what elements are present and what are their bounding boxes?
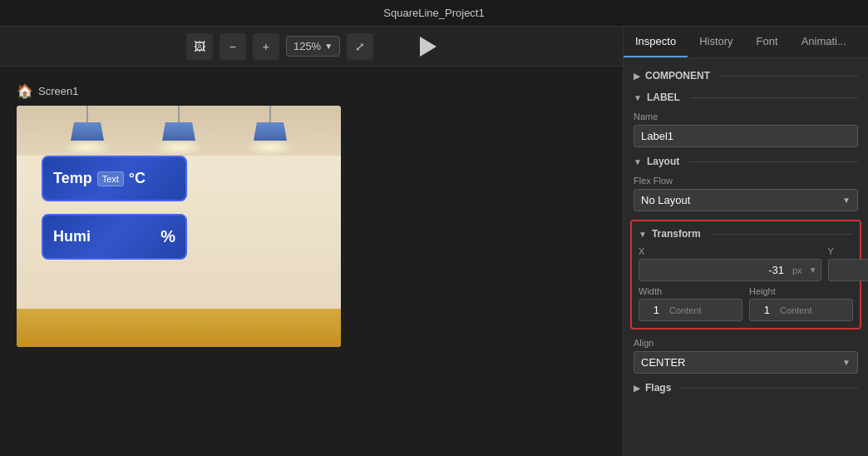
lamp-light-1 xyxy=(62,139,112,156)
flex-flow-label: Flex Flow xyxy=(634,176,858,186)
temp-unit: °C xyxy=(129,170,145,187)
lamp-1 xyxy=(62,106,112,156)
width-content-label: Content xyxy=(664,305,707,315)
x-value-input[interactable] xyxy=(639,260,789,280)
name-field-label: Name xyxy=(634,112,858,121)
canvas-content: 🏠 Screen1 xyxy=(0,67,623,456)
panel-tabs: Inspecto History Font Animati... xyxy=(624,27,868,58)
x-label: X xyxy=(639,246,821,256)
temp-widget: Temp Text °C xyxy=(42,156,187,201)
transform-arrow: ▼ xyxy=(639,230,647,239)
flex-flow-arrow: ▼ xyxy=(842,196,851,205)
home-icon: 🏠 xyxy=(17,83,33,99)
lamp-light-2 xyxy=(154,139,204,156)
transform-header[interactable]: ▼ Transform xyxy=(639,228,853,240)
zoom-in-button[interactable]: + xyxy=(253,33,279,60)
component-label: COMPONENT xyxy=(645,70,710,82)
temp-label: Temp xyxy=(53,170,92,187)
flex-flow-field-row: Flex Flow No Layout ▼ xyxy=(624,172,868,215)
component-section-header[interactable]: ▶ COMPONENT xyxy=(624,65,868,87)
width-input-row: Content xyxy=(639,299,742,321)
layout-arrow: ▼ xyxy=(634,157,642,166)
component-arrow: ▶ xyxy=(634,72,640,81)
x-dropdown-arrow[interactable]: ▼ xyxy=(806,265,821,275)
zoom-out-button[interactable]: − xyxy=(219,33,246,60)
y-value-input[interactable] xyxy=(829,260,868,280)
flags-divider xyxy=(681,388,858,389)
align-section: Align CENTER ▼ xyxy=(624,335,868,377)
height-input-row: Content xyxy=(749,299,853,321)
app-title: SquareLine_Project1 xyxy=(383,7,484,19)
right-panel: Inspecto History Font Animati... ▶ COMPO… xyxy=(623,27,868,456)
temp-text-badge: Text xyxy=(97,171,124,186)
toolbar: 🖼 − + 125% ▼ ⤢ xyxy=(0,27,623,67)
canvas-area: 🖼 − + 125% ▼ ⤢ 🏠 Screen1 xyxy=(0,27,623,456)
transform-divider xyxy=(711,234,853,235)
x-unit: px xyxy=(789,265,806,275)
layout-divider xyxy=(689,161,858,162)
width-label: Width xyxy=(639,286,742,296)
component-divider xyxy=(720,76,858,77)
flex-flow-dropdown[interactable]: No Layout ▼ xyxy=(634,189,858,211)
flags-label: Flags xyxy=(645,382,671,394)
lamp-row xyxy=(62,106,295,156)
height-value-input[interactable] xyxy=(750,300,775,320)
align-value: CENTER xyxy=(641,356,685,369)
x-group: X px ▼ xyxy=(639,246,821,281)
humi-widget: Humi % xyxy=(42,214,187,260)
lamp-shade-2 xyxy=(162,122,195,141)
zoom-level: 125% xyxy=(293,40,321,52)
wh-row: Width Content Height Content xyxy=(639,286,853,321)
screen-name: Screen1 xyxy=(38,85,78,97)
layout-section-header[interactable]: ▼ Layout xyxy=(624,151,868,172)
main-area: 🖼 − + 125% ▼ ⤢ 🏠 Screen1 xyxy=(0,27,868,456)
label-section-header[interactable]: ▼ LABEL xyxy=(624,87,868,108)
tab-history[interactable]: History xyxy=(688,27,744,57)
transform-section: ▼ Transform X px ▼ Y xyxy=(630,220,861,330)
xy-row: X px ▼ Y px ▼ xyxy=(639,246,853,281)
x-input-row: px ▼ xyxy=(639,259,821,281)
label-section-label: LABEL xyxy=(647,92,680,103)
humi-unit: % xyxy=(160,227,175,246)
label-arrow: ▼ xyxy=(634,93,642,102)
play-button[interactable] xyxy=(420,37,436,57)
lamp-shade-3 xyxy=(254,122,287,141)
transform-label: Transform xyxy=(652,228,701,240)
play-icon xyxy=(420,37,436,57)
y-input-row: px ▼ xyxy=(828,259,868,281)
tab-inspector[interactable]: Inspecto xyxy=(624,27,688,57)
align-dropdown[interactable]: CENTER ▼ xyxy=(634,351,858,374)
lamp-light-3 xyxy=(245,139,295,156)
panel-content: ▶ COMPONENT ▼ LABEL Name ▼ Layout xyxy=(624,58,868,456)
tab-animation[interactable]: Animati... xyxy=(790,27,858,57)
y-label: Y xyxy=(828,246,868,256)
lamp-cord-3 xyxy=(269,106,271,122)
screen-label: 🏠 Screen1 xyxy=(17,83,78,99)
height-label: Height xyxy=(749,286,853,296)
tab-font[interactable]: Font xyxy=(745,27,790,57)
name-input[interactable] xyxy=(634,125,858,147)
lamp-shade-1 xyxy=(71,122,104,141)
label-divider xyxy=(690,97,858,98)
layout-section-label: Layout xyxy=(647,156,679,167)
lamp-cord-2 xyxy=(178,106,180,122)
height-group: Height Content xyxy=(749,286,853,321)
preview-frame: Temp Text °C Humi % xyxy=(17,106,341,347)
width-group: Width Content xyxy=(639,286,742,321)
zoom-control[interactable]: 125% ▼ xyxy=(286,36,340,57)
flags-arrow: ▶ xyxy=(634,384,640,393)
flex-flow-value: No Layout xyxy=(641,194,690,206)
lamp-cord-1 xyxy=(86,106,88,122)
y-group: Y px ▼ xyxy=(828,246,868,281)
align-dropdown-arrow: ▼ xyxy=(842,358,851,367)
flags-section-header[interactable]: ▶ Flags xyxy=(624,377,868,399)
image-icon-button[interactable]: 🖼 xyxy=(186,33,213,60)
humi-label: Humi xyxy=(53,228,91,245)
lamp-2 xyxy=(154,106,204,156)
title-bar: SquareLine_Project1 xyxy=(0,0,868,27)
expand-button[interactable]: ⤢ xyxy=(347,33,373,60)
align-label: Align xyxy=(634,338,858,348)
zoom-dropdown-arrow: ▼ xyxy=(324,42,333,51)
height-content-label: Content xyxy=(775,305,817,315)
width-value-input[interactable] xyxy=(639,300,664,320)
